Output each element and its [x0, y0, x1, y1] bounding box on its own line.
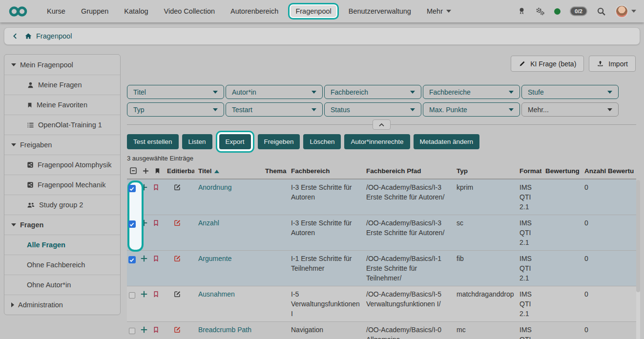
settings-gears-icon[interactable]: [535, 7, 545, 16]
bookmark-header-icon[interactable]: [151, 167, 163, 175]
sidebar-item-openolat-training-1[interactable]: OpenOlat-Training 1: [4, 115, 120, 135]
table-row: AusnahmenI-5VerwaltungsfunktionenI/OO-Ac…: [127, 286, 636, 322]
nav-item-gruppen[interactable]: Gruppen: [73, 4, 116, 19]
filter-max-punkte[interactable]: Max. Punkte: [423, 102, 520, 117]
checkbox-cell: [127, 182, 140, 212]
question-title-link[interactable]: Anzahl: [198, 219, 219, 227]
metadaten-ndern-button[interactable]: Metadaten ändern: [414, 134, 480, 149]
table-scrollbar[interactable]: [636, 180, 640, 339]
task-count-badge[interactable]: 0/2: [570, 6, 587, 16]
row-checkbox[interactable]: [128, 185, 136, 192]
col-bewertung[interactable]: Bewertung: [541, 167, 581, 175]
col-fachbereich[interactable]: Fachbereich: [287, 167, 362, 175]
caret-down-icon: [11, 63, 16, 66]
sidebar-item-fragenpool-mechanik[interactable]: Fragenpool Mechanik: [4, 175, 120, 195]
user-icon: [27, 81, 34, 89]
nav-item-video-collection[interactable]: Video Collection: [156, 4, 223, 19]
user-menu[interactable]: [615, 5, 636, 18]
edit-icon[interactable]: [174, 326, 181, 333]
back-icon[interactable]: [12, 33, 19, 40]
row-checkbox[interactable]: [129, 292, 135, 299]
chevron-up-icon: [378, 122, 385, 127]
add-all-icon[interactable]: [140, 167, 151, 175]
bookmark-outline-icon[interactable]: [153, 255, 159, 262]
nav-item-mehr[interactable]: Mehr: [419, 4, 459, 19]
select-all-checkbox[interactable]: [127, 167, 140, 175]
col-thema[interactable]: Thema: [261, 167, 287, 175]
scrollbar-thumb[interactable]: [636, 180, 640, 292]
l-schen-button[interactable]: Löschen: [303, 134, 341, 149]
bookmark-outline-icon[interactable]: [153, 183, 159, 191]
sidebar-section-administration[interactable]: Administration: [4, 295, 120, 315]
nav-item-kurse[interactable]: Kurse: [39, 4, 73, 19]
nav-item-benutzerverwaltung[interactable]: Benutzerverwaltung: [341, 4, 419, 19]
filter-stufe[interactable]: Stufe: [521, 85, 619, 99]
format-cell: IMSQTI 2.1: [516, 325, 541, 339]
filter-fachbereich[interactable]: Fachbereich: [324, 85, 421, 99]
sidebar-item-ohne-autor-in[interactable]: Ohne Autor*in: [4, 275, 120, 295]
filter-titel[interactable]: Titel: [127, 85, 224, 99]
question-title-link[interactable]: Breadcrumb Path: [198, 326, 251, 334]
bookmark-outline-icon[interactable]: [153, 290, 159, 298]
add-to-list-icon[interactable]: [140, 183, 148, 191]
question-title-link[interactable]: Argumente: [198, 255, 231, 262]
search-icon[interactable]: [597, 7, 606, 16]
listen-button[interactable]: Listen: [182, 134, 212, 149]
avatar[interactable]: [615, 5, 628, 18]
sidebar-item-alle-fragen[interactable]: Alle Fragen: [4, 235, 120, 255]
col-editierbar[interactable]: Editierbar: [163, 167, 194, 175]
bookmark-outline-icon[interactable]: [153, 326, 159, 334]
filter-fachbereiche[interactable]: Fachbereiche: [423, 85, 520, 99]
col-titel[interactable]: Titel: [194, 167, 261, 175]
sidebar-item-ohne-fachbereich[interactable]: Ohne Fachbereich: [4, 255, 120, 275]
openolat-logo-icon[interactable]: [8, 5, 28, 18]
add-to-list-icon[interactable]: [140, 290, 148, 298]
col-anzahl-bewertungen[interactable]: Anzahl Bewertu: [581, 167, 636, 175]
breadcrumb-home[interactable]: Fragenpool: [24, 32, 72, 40]
col-typ[interactable]: Typ: [453, 167, 516, 175]
question-title-link[interactable]: Ausnahmen: [198, 290, 235, 298]
add-to-list-icon[interactable]: [140, 255, 148, 262]
edit-icon[interactable]: [174, 219, 181, 226]
collapse-filters-button[interactable]: [373, 120, 391, 130]
row-checkbox[interactable]: [128, 256, 136, 263]
sidebar-item-meine-fragen[interactable]: Meine Fragen: [4, 75, 120, 95]
edit-icon[interactable]: [174, 255, 181, 262]
export-button[interactable]: Export: [219, 134, 251, 149]
sidebar-item-fragenpool-atomphysik[interactable]: Fragenpool Atomphysik: [4, 155, 120, 175]
sidebar-section-freigaben[interactable]: Freigaben: [4, 135, 120, 155]
main-content: KI Frage (beta) Import TitelAutor*inFach…: [127, 45, 640, 339]
row-checkbox[interactable]: [128, 220, 136, 228]
plus-cell: [140, 182, 151, 212]
filter-status[interactable]: Status: [324, 102, 421, 117]
question-title-link[interactable]: Anordnung: [198, 183, 232, 191]
nav-item-autorenbereich[interactable]: Autorenbereich: [223, 4, 286, 19]
row-checkbox[interactable]: [129, 328, 135, 334]
edit-icon[interactable]: [174, 290, 181, 298]
sidebar-section-mein-fragenpool[interactable]: Mein Fragenpool: [4, 55, 120, 75]
award-icon[interactable]: [518, 7, 526, 16]
autor-innenrechte-button[interactable]: Autor*innenrechte: [344, 134, 410, 149]
bookmark-outline-icon[interactable]: [153, 219, 159, 227]
home-icon: [24, 32, 32, 40]
add-to-list-icon[interactable]: [140, 219, 148, 227]
freigeben-button[interactable]: Freigeben: [258, 134, 300, 149]
add-to-list-icon[interactable]: [140, 326, 148, 334]
sidebar-item-study-group-2[interactable]: Study group 2: [4, 195, 120, 215]
col-fachbereich-pfad[interactable]: Fachbereich Pfad: [362, 167, 453, 175]
sidebar-label: Meine Favoriten: [37, 101, 87, 109]
sidebar-section-fragen[interactable]: Fragen: [4, 215, 120, 235]
filter-mehr[interactable]: Mehr...: [521, 102, 619, 117]
test-erstellen-button[interactable]: Test erstellen: [127, 134, 179, 149]
filter-autor-in[interactable]: Autor*in: [226, 85, 323, 99]
nav-item-fragenpool[interactable]: Fragenpool: [288, 3, 338, 20]
filter-typ[interactable]: Typ: [127, 102, 224, 117]
edit-icon[interactable]: [174, 183, 181, 191]
nav-item-katalog[interactable]: Katalog: [116, 4, 156, 19]
import-button[interactable]: Import: [589, 56, 636, 72]
ai-question-button[interactable]: KI Frage (beta): [511, 56, 584, 72]
col-format[interactable]: Format: [516, 167, 541, 175]
sidebar-item-meine-favoriten[interactable]: Meine Favoriten: [4, 95, 120, 115]
filter-testart[interactable]: Testart: [226, 102, 323, 117]
filter-label: Fachbereich: [331, 88, 368, 96]
